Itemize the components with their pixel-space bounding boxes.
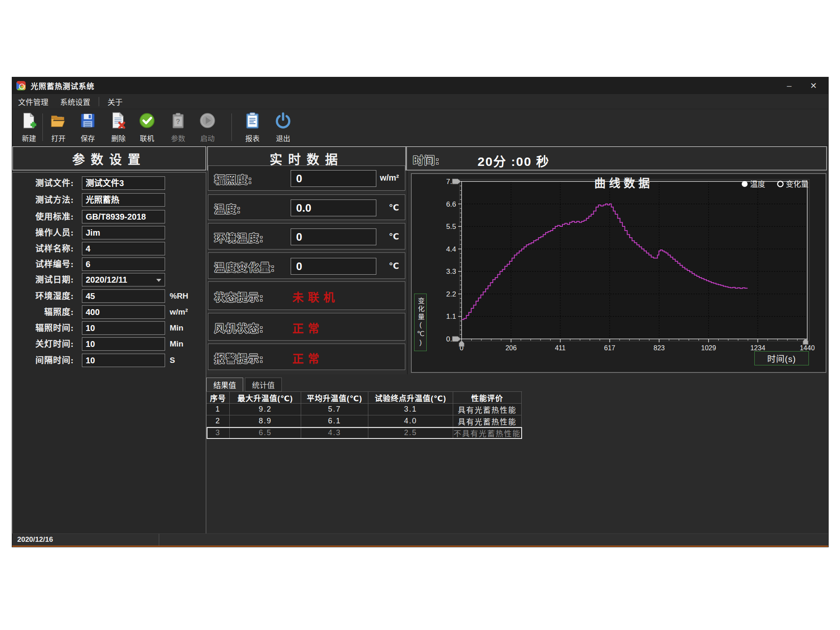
table-cell: 9.2 — [230, 404, 301, 415]
column-header: 平均升温值(℃) — [301, 392, 368, 404]
table-row[interactable]: 28.96.14.0具有光蓄热性能 — [207, 415, 522, 427]
close-button[interactable]: ✕ — [804, 77, 823, 94]
x-tick-label: 823 — [654, 344, 665, 352]
y-tick-label: 4.4 — [446, 245, 456, 253]
table-cell: 1 — [207, 404, 230, 415]
realtime-unit: ℃ — [389, 261, 399, 271]
param-field-row: 测试方法:光照蓄热 — [13, 194, 206, 206]
param-input[interactable]: 10 — [82, 337, 165, 351]
time-header: 时间: 20分 :00 秒 — [406, 146, 827, 171]
table-cell: 4.3 — [301, 427, 368, 439]
param-input[interactable]: 2020/12/11 — [82, 273, 165, 286]
y-tick-label: 6.6 — [446, 200, 456, 208]
param-input[interactable]: 6 — [82, 257, 165, 271]
column-header: 序号 — [207, 392, 230, 404]
x-tick-label: 1440 — [800, 344, 815, 352]
table-row[interactable]: 19.25.73.1具有光蓄热性能 — [207, 404, 522, 415]
realtime-label: 辐照度: — [214, 171, 252, 186]
chart-x-axis-label: 时间(s) — [754, 351, 809, 365]
column-header: 最大升温值(℃) — [230, 392, 301, 404]
menu-item-3[interactable]: 关于 — [102, 94, 129, 109]
x-tick-label: 206 — [505, 344, 517, 352]
start-play-icon — [199, 112, 216, 131]
table-header-row: 序号最大升温值(℃)平均升温值(℃)试验终点升温值(℃)性能评价 — [207, 392, 522, 404]
realtime-value: 0 — [291, 228, 376, 245]
title-bar: 光照蓄热测试系统 – ✕ — [12, 77, 828, 94]
toolbar-button-label: 退出 — [276, 133, 290, 143]
param-label: 测试文件: — [16, 177, 74, 189]
exit-power-icon — [274, 112, 292, 131]
param-input[interactable]: 400 — [82, 305, 165, 319]
toolbar-button-save-floppy[interactable]: 保存 — [74, 112, 101, 144]
param-input[interactable]: 10 — [82, 321, 165, 335]
y-tick-label: 2.2 — [446, 290, 456, 298]
toolbar-button-label: 参数 — [171, 133, 185, 143]
toolbar-button-exit-power[interactable]: 退出 — [270, 112, 297, 144]
param-input[interactable]: 测试文件3 — [82, 176, 165, 190]
plot-background — [462, 181, 807, 339]
toolbar-button-open-folder[interactable]: 打开 — [45, 112, 72, 144]
param-field-row: 测试日期:2020/12/11 — [13, 273, 206, 286]
toolbar-button-label: 保存 — [81, 133, 95, 143]
toolbar-button-new-document[interactable]: 新建 — [16, 112, 42, 144]
status-label: 报警提示: — [214, 350, 264, 365]
delete-document-icon — [110, 112, 127, 131]
tab-statistic-values[interactable]: 统计值 — [245, 378, 282, 391]
param-field-row: 关灯时间:10Min — [13, 338, 206, 350]
toolbar-button-report-clipboard[interactable]: 报表 — [239, 112, 266, 144]
param-input[interactable]: GB/T8939-2018 — [82, 210, 165, 223]
new-document-icon — [20, 112, 38, 131]
toolbar-button-label: 打开 — [51, 133, 66, 143]
param-label: 辐照度: — [16, 306, 74, 318]
window-bottom-edge — [12, 546, 828, 547]
param-unit: w/m² — [170, 306, 188, 318]
legend-label[interactable]: 温度 — [750, 180, 765, 189]
param-input[interactable]: 45 — [82, 289, 165, 303]
param-field-row: 辐照度:400w/m² — [13, 306, 206, 318]
menu-item-1[interactable]: 文件管理 — [12, 94, 54, 109]
results-region: 结果值统计值序号最大升温值(℃)平均升温值(℃)试验终点升温值(℃)性能评价19… — [206, 374, 828, 534]
time-value: 20分 :00 秒 — [478, 151, 549, 170]
y-tick-label: 5.5 — [446, 223, 456, 231]
x-tick-label: 1234 — [750, 344, 765, 352]
toolbar-button-label: 新建 — [22, 133, 36, 143]
minimize-button[interactable]: – — [780, 77, 799, 94]
column-header: 试验终点升温值(℃) — [368, 392, 453, 404]
table-cell: 2.5 — [368, 427, 453, 439]
realtime-unit: w/m² — [380, 173, 399, 183]
legend-label[interactable]: 变化量 — [786, 180, 808, 189]
param-label: 试样名称: — [16, 242, 74, 255]
status-label: 状态提示: — [214, 289, 264, 304]
param-label: 间隔时间: — [16, 354, 74, 367]
x-axis-handle-left[interactable] — [459, 341, 464, 346]
table-row[interactable]: 36.54.32.5不具有光蓄热性能 — [207, 427, 522, 439]
report-clipboard-icon — [244, 112, 261, 131]
param-input[interactable]: 光照蓄热 — [82, 193, 165, 207]
menu-item-2[interactable]: 系统设置 — [54, 94, 96, 109]
tab-result-values[interactable]: 结果值 — [206, 378, 243, 391]
toolbar-button-label: 联机 — [140, 133, 154, 143]
realtime-unit: ℃ — [389, 202, 399, 213]
param-field-row: 间隔时间:10S — [13, 354, 206, 367]
param-label: 测试日期: — [16, 273, 74, 286]
toolbar-button-delete-document[interactable]: 删除 — [105, 112, 132, 144]
toolbar-separator — [231, 113, 232, 141]
param-input[interactable]: 4 — [82, 242, 165, 255]
realtime-value: 0 — [291, 170, 376, 187]
param-unit: %RH — [170, 290, 188, 302]
curve-chart[interactable]: 0.01.12.23.34.45.56.67.70206411617823102… — [412, 174, 826, 372]
param-input[interactable]: 10 — [82, 354, 165, 367]
table-cell: 8.9 — [230, 415, 301, 427]
realtime-label: 温度: — [214, 201, 241, 216]
legend-radio-selected[interactable] — [742, 181, 748, 187]
param-label: 环境湿度: — [16, 290, 74, 302]
save-floppy-icon — [79, 112, 97, 131]
time-label: 时间: — [413, 152, 440, 167]
realtime-reading-row: 辐照度:0w/m² — [208, 165, 405, 191]
menu-bar: 文件管理系统设置关于 — [12, 94, 828, 109]
param-input[interactable]: Jim — [82, 226, 165, 239]
x-tick-label: 617 — [604, 344, 615, 352]
param-label: 操作人员: — [16, 226, 74, 239]
chevron-down-icon[interactable] — [156, 279, 161, 282]
toolbar-button-connect-check[interactable]: 联机 — [134, 112, 160, 144]
